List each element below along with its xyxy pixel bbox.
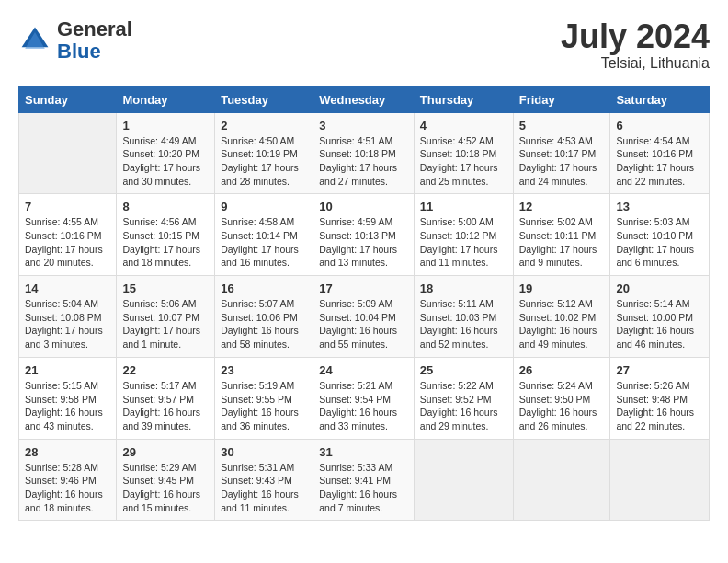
page-header: General Blue July 2024 Telsiai, Lithuani… xyxy=(18,18,710,72)
calendar-cell: 24Sunrise: 5:21 AM Sunset: 9:54 PM Dayli… xyxy=(313,357,415,439)
week-row-5: 28Sunrise: 5:28 AM Sunset: 9:46 PM Dayli… xyxy=(19,439,710,521)
column-header-friday: Friday xyxy=(513,86,610,112)
calendar-cell: 26Sunrise: 5:24 AM Sunset: 9:50 PM Dayli… xyxy=(513,357,610,439)
calendar-cell: 7Sunrise: 4:55 AM Sunset: 10:16 PM Dayli… xyxy=(19,194,117,276)
calendar-cell: 9Sunrise: 4:58 AM Sunset: 10:14 PM Dayli… xyxy=(215,194,313,276)
day-number: 18 xyxy=(420,282,507,295)
calendar-cell: 20Sunrise: 5:14 AM Sunset: 10:00 PM Dayl… xyxy=(610,276,710,358)
calendar-cell: 28Sunrise: 5:28 AM Sunset: 9:46 PM Dayli… xyxy=(19,439,117,521)
calendar-cell: 19Sunrise: 5:12 AM Sunset: 10:02 PM Dayl… xyxy=(513,276,610,358)
calendar-cell: 11Sunrise: 5:00 AM Sunset: 10:12 PM Dayl… xyxy=(414,194,513,276)
logo: General Blue xyxy=(18,18,132,63)
calendar-cell: 22Sunrise: 5:17 AM Sunset: 9:57 PM Dayli… xyxy=(117,357,215,439)
day-number: 7 xyxy=(25,200,110,213)
day-number: 26 xyxy=(519,363,605,377)
day-info: Sunrise: 5:00 AM Sunset: 10:12 PM Daylig… xyxy=(420,215,507,270)
day-number: 28 xyxy=(25,445,110,459)
day-number: 4 xyxy=(420,119,507,132)
day-info: Sunrise: 5:33 AM Sunset: 9:41 PM Dayligh… xyxy=(319,461,408,515)
day-info: Sunrise: 4:49 AM Sunset: 10:20 PM Daylig… xyxy=(122,134,209,189)
day-info: Sunrise: 4:58 AM Sunset: 10:14 PM Daylig… xyxy=(221,215,307,270)
calendar-cell: 2Sunrise: 4:50 AM Sunset: 10:19 PM Dayli… xyxy=(215,112,313,194)
calendar-cell: 30Sunrise: 5:31 AM Sunset: 9:43 PM Dayli… xyxy=(215,439,313,521)
day-info: Sunrise: 4:50 AM Sunset: 10:19 PM Daylig… xyxy=(221,134,307,189)
day-info: Sunrise: 5:09 AM Sunset: 10:04 PM Daylig… xyxy=(319,297,408,351)
day-info: Sunrise: 5:03 AM Sunset: 10:10 PM Daylig… xyxy=(616,215,703,270)
day-number: 25 xyxy=(420,363,507,377)
calendar-cell: 23Sunrise: 5:19 AM Sunset: 9:55 PM Dayli… xyxy=(215,357,313,439)
day-number: 15 xyxy=(122,282,209,295)
day-number: 6 xyxy=(616,119,703,132)
calendar-cell: 8Sunrise: 4:56 AM Sunset: 10:15 PM Dayli… xyxy=(117,194,215,276)
calendar-cell: 4Sunrise: 4:52 AM Sunset: 10:18 PM Dayli… xyxy=(414,112,513,194)
calendar-cell xyxy=(513,439,610,521)
title-section: July 2024 Telsiai, Lithuania xyxy=(561,18,710,72)
calendar-cell: 29Sunrise: 5:29 AM Sunset: 9:45 PM Dayli… xyxy=(117,439,215,521)
day-number: 23 xyxy=(221,363,307,377)
day-info: Sunrise: 5:19 AM Sunset: 9:55 PM Dayligh… xyxy=(221,379,307,433)
day-info: Sunrise: 5:21 AM Sunset: 9:54 PM Dayligh… xyxy=(319,379,408,433)
calendar-cell: 21Sunrise: 5:15 AM Sunset: 9:58 PM Dayli… xyxy=(19,357,117,439)
day-number: 31 xyxy=(319,445,408,459)
day-info: Sunrise: 5:24 AM Sunset: 9:50 PM Dayligh… xyxy=(519,379,605,433)
calendar-cell: 13Sunrise: 5:03 AM Sunset: 10:10 PM Dayl… xyxy=(610,194,710,276)
day-number: 14 xyxy=(25,282,110,295)
calendar-cell: 27Sunrise: 5:26 AM Sunset: 9:48 PM Dayli… xyxy=(610,357,710,439)
week-row-2: 7Sunrise: 4:55 AM Sunset: 10:16 PM Dayli… xyxy=(19,194,710,276)
calendar-cell: 25Sunrise: 5:22 AM Sunset: 9:52 PM Dayli… xyxy=(414,357,513,439)
calendar-table: SundayMondayTuesdayWednesdayThursdayFrid… xyxy=(18,86,710,522)
logo-icon xyxy=(18,24,51,57)
calendar-cell: 10Sunrise: 4:59 AM Sunset: 10:13 PM Dayl… xyxy=(313,194,415,276)
logo-text: General Blue xyxy=(57,18,132,63)
column-header-wednesday: Wednesday xyxy=(313,86,415,112)
calendar-cell: 14Sunrise: 5:04 AM Sunset: 10:08 PM Dayl… xyxy=(19,276,117,358)
day-number: 9 xyxy=(221,200,307,213)
day-number: 5 xyxy=(519,119,605,132)
calendar-cell: 12Sunrise: 5:02 AM Sunset: 10:11 PM Dayl… xyxy=(513,194,610,276)
day-info: Sunrise: 5:07 AM Sunset: 10:06 PM Daylig… xyxy=(221,297,307,351)
column-header-saturday: Saturday xyxy=(610,86,710,112)
calendar-cell xyxy=(610,439,710,521)
day-info: Sunrise: 5:14 AM Sunset: 10:00 PM Daylig… xyxy=(616,297,703,351)
day-number: 2 xyxy=(221,119,307,132)
day-info: Sunrise: 5:02 AM Sunset: 10:11 PM Daylig… xyxy=(519,215,605,270)
week-row-4: 21Sunrise: 5:15 AM Sunset: 9:58 PM Dayli… xyxy=(19,357,710,439)
calendar-cell xyxy=(414,439,513,521)
day-info: Sunrise: 5:12 AM Sunset: 10:02 PM Daylig… xyxy=(519,297,605,351)
day-number: 12 xyxy=(519,200,605,213)
day-info: Sunrise: 4:51 AM Sunset: 10:18 PM Daylig… xyxy=(319,134,408,189)
calendar-cell: 15Sunrise: 5:06 AM Sunset: 10:07 PM Dayl… xyxy=(117,276,215,358)
day-info: Sunrise: 5:06 AM Sunset: 10:07 PM Daylig… xyxy=(122,297,209,351)
day-info: Sunrise: 4:56 AM Sunset: 10:15 PM Daylig… xyxy=(122,215,209,270)
column-header-tuesday: Tuesday xyxy=(215,86,313,112)
calendar-cell: 3Sunrise: 4:51 AM Sunset: 10:18 PM Dayli… xyxy=(313,112,415,194)
calendar-header-row: SundayMondayTuesdayWednesdayThursdayFrid… xyxy=(19,86,710,112)
location: Telsiai, Lithuania xyxy=(561,55,710,72)
day-info: Sunrise: 4:59 AM Sunset: 10:13 PM Daylig… xyxy=(319,215,408,270)
week-row-1: 1Sunrise: 4:49 AM Sunset: 10:20 PM Dayli… xyxy=(19,112,710,194)
month-year: July 2024 xyxy=(561,18,710,55)
day-number: 29 xyxy=(122,445,209,459)
day-number: 16 xyxy=(221,282,307,295)
calendar-cell: 31Sunrise: 5:33 AM Sunset: 9:41 PM Dayli… xyxy=(313,439,415,521)
day-info: Sunrise: 5:28 AM Sunset: 9:46 PM Dayligh… xyxy=(25,461,110,515)
calendar-cell: 17Sunrise: 5:09 AM Sunset: 10:04 PM Dayl… xyxy=(313,276,415,358)
day-number: 19 xyxy=(519,282,605,295)
day-number: 24 xyxy=(319,363,408,377)
day-info: Sunrise: 4:53 AM Sunset: 10:17 PM Daylig… xyxy=(519,134,605,189)
day-number: 1 xyxy=(122,119,209,132)
day-info: Sunrise: 5:29 AM Sunset: 9:45 PM Dayligh… xyxy=(122,461,209,515)
day-number: 21 xyxy=(25,363,110,377)
calendar-cell: 5Sunrise: 4:53 AM Sunset: 10:17 PM Dayli… xyxy=(513,112,610,194)
calendar-cell xyxy=(19,112,117,194)
calendar-cell: 16Sunrise: 5:07 AM Sunset: 10:06 PM Dayl… xyxy=(215,276,313,358)
week-row-3: 14Sunrise: 5:04 AM Sunset: 10:08 PM Dayl… xyxy=(19,276,710,358)
day-number: 17 xyxy=(319,282,408,295)
day-number: 8 xyxy=(122,200,209,213)
day-number: 11 xyxy=(420,200,507,213)
column-header-monday: Monday xyxy=(117,86,215,112)
day-info: Sunrise: 5:17 AM Sunset: 9:57 PM Dayligh… xyxy=(122,379,209,433)
day-info: Sunrise: 4:54 AM Sunset: 10:16 PM Daylig… xyxy=(616,134,703,189)
day-number: 30 xyxy=(221,445,307,459)
day-number: 20 xyxy=(616,282,703,295)
